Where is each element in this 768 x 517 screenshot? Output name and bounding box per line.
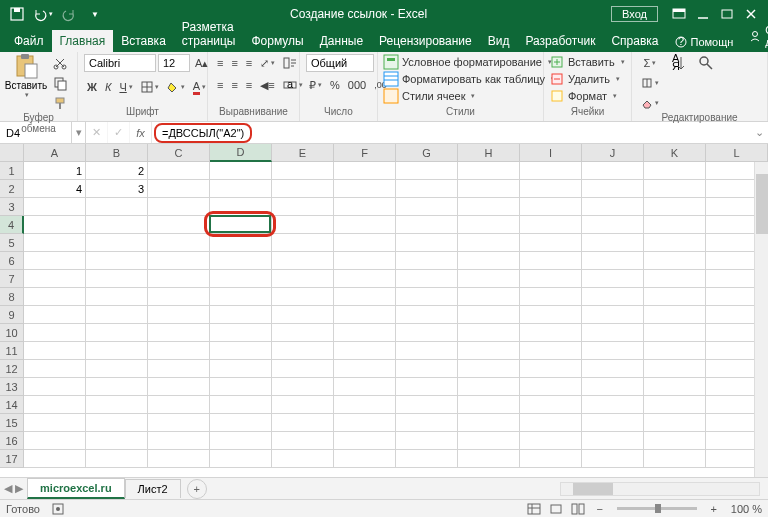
column-headers[interactable]: ABCDEFGHIJKL xyxy=(24,144,768,162)
format-cells-button[interactable]: Формат▾ xyxy=(550,88,617,104)
delete-cells-button[interactable]: Удалить▾ xyxy=(550,71,620,87)
cell-E9[interactable] xyxy=(272,306,334,324)
cell-H6[interactable] xyxy=(458,252,520,270)
view-normal-icon[interactable] xyxy=(524,502,544,516)
cell-D17[interactable] xyxy=(210,450,272,468)
cell-F3[interactable] xyxy=(334,198,396,216)
cell-J16[interactable] xyxy=(582,432,644,450)
cell-B1[interactable]: 2 xyxy=(86,162,148,180)
cell-K9[interactable] xyxy=(644,306,706,324)
cell-A10[interactable] xyxy=(24,324,86,342)
cell-K10[interactable] xyxy=(644,324,706,342)
copy-icon[interactable] xyxy=(50,74,70,92)
format-painter-icon[interactable] xyxy=(50,94,70,112)
cell-H11[interactable] xyxy=(458,342,520,360)
cell-F17[interactable] xyxy=(334,450,396,468)
horizontal-scrollbar[interactable] xyxy=(215,482,760,496)
tab-data[interactable]: Данные xyxy=(312,30,371,52)
cell-E2[interactable] xyxy=(272,180,334,198)
cell-J10[interactable] xyxy=(582,324,644,342)
col-header-K[interactable]: K xyxy=(644,144,706,162)
cell-K16[interactable] xyxy=(644,432,706,450)
cell-B10[interactable] xyxy=(86,324,148,342)
formula-input[interactable]: =ДВССЫЛ("A2") xyxy=(154,123,252,143)
cell-B8[interactable] xyxy=(86,288,148,306)
cell-D8[interactable] xyxy=(210,288,272,306)
cell-G3[interactable] xyxy=(396,198,458,216)
cell-G8[interactable] xyxy=(396,288,458,306)
row-header-8[interactable]: 8 xyxy=(0,288,24,306)
redo-icon[interactable] xyxy=(58,3,80,25)
insert-cells-button[interactable]: Вставить▾ xyxy=(550,54,625,70)
cell-J12[interactable] xyxy=(582,360,644,378)
col-header-F[interactable]: F xyxy=(334,144,396,162)
cell-F7[interactable] xyxy=(334,270,396,288)
cell-H16[interactable] xyxy=(458,432,520,450)
cell-K13[interactable] xyxy=(644,378,706,396)
zoom-out-icon[interactable]: − xyxy=(590,502,610,516)
tab-home[interactable]: Главная xyxy=(52,30,114,52)
cell-F6[interactable] xyxy=(334,252,396,270)
cell-C14[interactable] xyxy=(148,396,210,414)
cell-C13[interactable] xyxy=(148,378,210,396)
cell-D6[interactable] xyxy=(210,252,272,270)
view-pagebreak-icon[interactable] xyxy=(568,502,588,516)
cell-C10[interactable] xyxy=(148,324,210,342)
italic-icon[interactable]: К xyxy=(102,78,114,96)
cell-F13[interactable] xyxy=(334,378,396,396)
tab-formulas[interactable]: Формулы xyxy=(243,30,311,52)
cell-E16[interactable] xyxy=(272,432,334,450)
cell-G4[interactable] xyxy=(396,216,458,234)
signin-button[interactable]: Вход xyxy=(611,6,658,22)
tab-view[interactable]: Вид xyxy=(480,30,518,52)
cell-A9[interactable] xyxy=(24,306,86,324)
cell-I7[interactable] xyxy=(520,270,582,288)
cell-A16[interactable] xyxy=(24,432,86,450)
cell-E10[interactable] xyxy=(272,324,334,342)
row-headers[interactable]: 1234567891011121314151617 xyxy=(0,162,24,468)
sheet-nav[interactable]: ◀ ▶ xyxy=(0,482,27,495)
currency-icon[interactable]: ₽▾ xyxy=(306,76,325,94)
cell-B14[interactable] xyxy=(86,396,148,414)
cell-B9[interactable] xyxy=(86,306,148,324)
font-size-select[interactable]: 12 xyxy=(158,54,190,72)
cell-F2[interactable] xyxy=(334,180,396,198)
col-header-C[interactable]: C xyxy=(148,144,210,162)
cell-B4[interactable] xyxy=(86,216,148,234)
cell-H2[interactable] xyxy=(458,180,520,198)
row-header-14[interactable]: 14 xyxy=(0,396,24,414)
cell-C17[interactable] xyxy=(148,450,210,468)
tab-file[interactable]: Файл xyxy=(6,30,52,52)
cell-G12[interactable] xyxy=(396,360,458,378)
cell-I17[interactable] xyxy=(520,450,582,468)
cell-A2[interactable]: 4 xyxy=(24,180,86,198)
cell-F5[interactable] xyxy=(334,234,396,252)
cell-I8[interactable] xyxy=(520,288,582,306)
cell-G5[interactable] xyxy=(396,234,458,252)
cell-G13[interactable] xyxy=(396,378,458,396)
cell-K5[interactable] xyxy=(644,234,706,252)
cell-H5[interactable] xyxy=(458,234,520,252)
cell-K15[interactable] xyxy=(644,414,706,432)
select-all-corner[interactable] xyxy=(0,144,24,162)
cell-F1[interactable] xyxy=(334,162,396,180)
cell-F10[interactable] xyxy=(334,324,396,342)
align-top-icon[interactable]: ≡ xyxy=(214,54,226,72)
cell-A5[interactable] xyxy=(24,234,86,252)
cell-C9[interactable] xyxy=(148,306,210,324)
cell-H9[interactable] xyxy=(458,306,520,324)
sheet-tab-1[interactable]: microexcel.ru xyxy=(27,478,125,499)
cell-D5[interactable] xyxy=(210,234,272,252)
cell-K7[interactable] xyxy=(644,270,706,288)
align-bottom-icon[interactable]: ≡ xyxy=(243,54,255,72)
bold-icon[interactable]: Ж xyxy=(84,78,100,96)
cell-D3[interactable] xyxy=(210,198,272,216)
cell-C12[interactable] xyxy=(148,360,210,378)
vertical-scrollbar[interactable] xyxy=(754,162,768,489)
col-header-J[interactable]: J xyxy=(582,144,644,162)
cell-A11[interactable] xyxy=(24,342,86,360)
cell-D9[interactable] xyxy=(210,306,272,324)
add-sheet-button[interactable]: + xyxy=(187,479,207,499)
underline-icon[interactable]: Ч▾ xyxy=(116,78,135,96)
cell-C16[interactable] xyxy=(148,432,210,450)
